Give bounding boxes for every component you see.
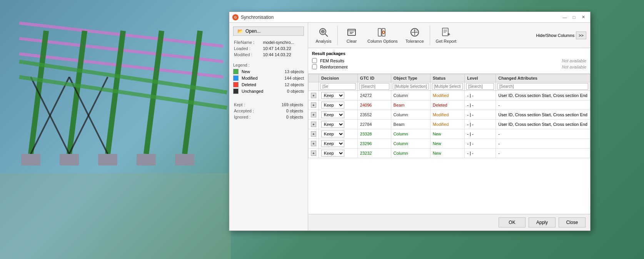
row-expand-4[interactable]: + — [309, 129, 319, 139]
result-packages: Result packages FEM Results Not availabl… — [308, 48, 590, 74]
col-gtcid[interactable]: GTC ID — [357, 74, 391, 82]
table-area[interactable]: Decision GTC ID Object Type Status Level… — [308, 74, 590, 214]
synchronisation-dialog: G Synchronisation — □ ✕ 📂 Open... FileNa… — [229, 12, 591, 231]
table-row[interactable]: + Keep Accept Ignore 24096 Beam Deleted … — [309, 100, 590, 110]
row-expand-5[interactable]: + — [309, 139, 319, 149]
svg-text:T=.1: T=.1 — [414, 30, 417, 32]
file-info: FileName : model-synchro... Loaded : 10:… — [233, 39, 304, 58]
result-pkg-row-1: Reinforcement Not available — [312, 64, 586, 69]
legend-count-new: 13 objects — [285, 69, 304, 74]
col-level[interactable]: Level — [465, 74, 496, 82]
decision-select-3[interactable]: Keep Accept Ignore — [321, 121, 344, 128]
search-status-input[interactable] — [432, 83, 463, 90]
expand-button-3[interactable]: + — [311, 122, 316, 127]
modified-value: 10:44 14.03.22 — [260, 52, 303, 57]
close-button[interactable]: Close — [559, 217, 586, 227]
search-level-input[interactable] — [466, 83, 494, 90]
legend-section: Legend : New 13 objects Modified 144 obj… — [233, 63, 304, 95]
row-expand-1[interactable]: + — [309, 100, 319, 110]
dialog-title-area: G Synchronisation — [232, 14, 274, 20]
table-row[interactable]: + Keep Accept Ignore 23552 Column Modifi… — [309, 110, 590, 120]
ok-button[interactable]: OK — [499, 217, 526, 227]
tolerance-button[interactable]: T=.1 Tolerance — [402, 25, 427, 45]
modified-label: Modified : — [234, 52, 260, 57]
table-row[interactable]: + Keep Accept Ignore 22784 Beam Modified… — [309, 120, 590, 129]
table-row[interactable]: + Keep Accept Ignore 23296 Column New - … — [309, 139, 590, 149]
get-report-button[interactable]: Get Report — [432, 25, 460, 45]
expand-button-2[interactable]: + — [311, 112, 316, 117]
decision-select-5[interactable]: Keep Accept Ignore — [321, 140, 344, 147]
legend-name-new: New — [242, 69, 282, 74]
maximize-button[interactable]: □ — [570, 14, 578, 21]
row-expand-3[interactable]: + — [309, 120, 319, 129]
decision-select-2[interactable]: Keep Accept Ignore — [321, 111, 344, 118]
row-expand-6[interactable]: + — [309, 149, 319, 158]
decision-select-1[interactable]: Keep Accept Ignore — [321, 102, 344, 109]
expand-button-5[interactable]: + — [311, 141, 316, 146]
svg-line-22 — [325, 34, 328, 37]
legend-items: New 13 objects Modified 144 object Delet… — [233, 69, 304, 94]
result-pkg-status-1: Not available — [562, 65, 586, 69]
table-header-row: Decision GTC ID Object Type Status Level… — [309, 74, 590, 82]
search-col-gtcid[interactable] — [357, 82, 391, 91]
svg-rect-40 — [442, 28, 448, 36]
table-search-row — [309, 82, 590, 91]
search-object-type-input[interactable] — [393, 83, 429, 90]
row-decision-3[interactable]: Keep Accept Ignore — [319, 120, 358, 129]
search-col-level[interactable] — [465, 82, 496, 91]
analysis-button[interactable]: Analysis — [312, 25, 335, 45]
row-changed-attrs-0: User ID, Cross section Start, Cross sect… — [496, 91, 590, 100]
tolerance-icon: T=.1 — [409, 27, 421, 38]
row-decision-2[interactable]: Keep Accept Ignore — [319, 110, 358, 120]
search-col-object-type[interactable] — [391, 82, 430, 91]
column-options-button[interactable]: Column Options — [364, 25, 401, 45]
col-status[interactable]: Status — [430, 74, 464, 82]
search-gtcid-input[interactable] — [359, 83, 389, 90]
dialog-app-icon: G — [232, 14, 239, 20]
search-col-status[interactable] — [430, 82, 464, 91]
row-level-0: - | - — [465, 91, 496, 100]
search-col-changed-attrs[interactable] — [496, 82, 590, 91]
separator-1 — [337, 26, 338, 45]
decision-select-6[interactable]: Keep Accept Ignore — [321, 150, 344, 157]
table-row[interactable]: + Keep Accept Ignore 23232 Column New - … — [309, 149, 590, 158]
row-expand-2[interactable]: + — [309, 110, 319, 120]
result-pkg-checkbox-0[interactable] — [312, 58, 317, 63]
table-body: + Keep Accept Ignore 24272 Column Modifi… — [309, 91, 590, 158]
search-decision-input[interactable] — [320, 83, 356, 90]
hide-show-button[interactable]: >> — [576, 32, 586, 39]
col-object-type[interactable]: Object Type — [391, 74, 430, 82]
row-changed-attrs-3: User ID, Cross section Start, Cross sect… — [496, 120, 590, 129]
expand-button-1[interactable]: + — [311, 102, 316, 108]
table-row[interactable]: + Keep Accept Ignore 23328 Column New - … — [309, 129, 590, 139]
data-table: Decision GTC ID Object Type Status Level… — [308, 74, 590, 158]
minimize-button[interactable]: — — [561, 14, 569, 21]
row-decision-0[interactable]: Keep Accept Ignore — [319, 91, 358, 100]
clear-button[interactable]: Clear — [340, 25, 363, 45]
search-col-decision[interactable] — [319, 82, 358, 91]
expand-button-6[interactable]: + — [311, 150, 316, 156]
open-button[interactable]: 📂 Open... — [233, 27, 304, 36]
apply-button[interactable]: Apply — [529, 217, 556, 227]
result-pkg-checkbox-1[interactable] — [312, 64, 317, 69]
legend-color-unchanged — [233, 89, 239, 94]
row-gtcid-2: 23552 — [357, 110, 391, 120]
row-expand-0[interactable]: + — [309, 91, 319, 100]
table-row[interactable]: + Keep Accept Ignore 24272 Column Modifi… — [309, 91, 590, 100]
row-decision-4[interactable]: Keep Accept Ignore — [319, 129, 358, 139]
row-object-type-1: Beam — [391, 100, 430, 110]
decision-select-0[interactable]: Keep Accept Ignore — [321, 92, 344, 99]
decision-select-4[interactable]: Keep Accept Ignore — [321, 130, 344, 137]
col-changed-attrs[interactable]: Changed Attributes — [496, 74, 590, 82]
close-window-button[interactable]: ✕ — [579, 14, 587, 21]
search-changed-attrs-input[interactable] — [497, 83, 588, 90]
row-decision-1[interactable]: Keep Accept Ignore — [319, 100, 358, 110]
expand-button-0[interactable]: + — [311, 93, 316, 98]
row-changed-attrs-1: - — [496, 100, 590, 110]
row-decision-6[interactable]: Keep Accept Ignore — [319, 149, 358, 158]
accepted-label: Accepted : — [234, 108, 267, 114]
expand-button-4[interactable]: + — [311, 131, 316, 137]
col-decision[interactable]: Decision — [319, 74, 358, 82]
row-decision-5[interactable]: Keep Accept Ignore — [319, 139, 358, 149]
loaded-value: 10:47 14.03.22 — [260, 46, 303, 51]
